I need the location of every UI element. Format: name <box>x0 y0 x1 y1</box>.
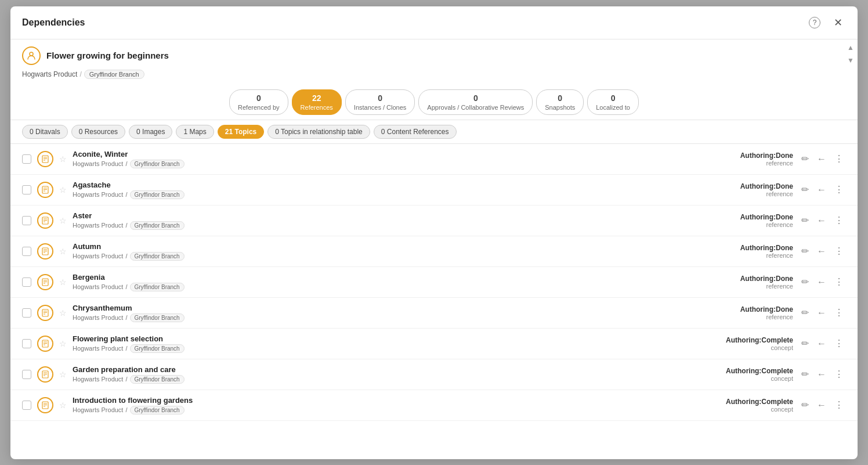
item-content-1: Agastache Hogwarts Product / Gryffindor … <box>73 181 695 199</box>
item-checkbox-6[interactable] <box>22 339 31 348</box>
more-button-2[interactable]: ⋮ <box>832 212 846 228</box>
edit-button-2[interactable]: ✏ <box>799 212 811 228</box>
item-star-2[interactable]: ☆ <box>59 216 67 225</box>
item-checkbox-8[interactable] <box>22 401 31 410</box>
doc-icon <box>41 247 49 255</box>
edit-button-0[interactable]: ✏ <box>799 151 811 167</box>
doc-icon <box>41 155 49 163</box>
tab-localized-to[interactable]: 0Localized to <box>587 89 639 115</box>
back-button-7[interactable]: ← <box>815 367 829 382</box>
tab-snapshots[interactable]: 0Snapshots <box>536 89 584 115</box>
item-star-1[interactable]: ☆ <box>59 185 67 194</box>
help-button[interactable]: ? <box>806 15 823 31</box>
tab-referenced-by[interactable]: 0Referenced by <box>229 89 288 115</box>
status-type-0: reference <box>700 160 793 167</box>
modal-title: Dependencies <box>22 17 85 28</box>
tab-approvals---collaborative-reviews[interactable]: 0Approvals / Collaborative Reviews <box>418 89 533 115</box>
item-status-7: Authoring:Complete concept <box>700 367 793 382</box>
item-star-6[interactable]: ☆ <box>59 339 67 348</box>
scroll-up-button[interactable]: ▲ <box>844 41 858 54</box>
dependencies-modal: Dependencies ? ✕ Flower growing for begi… <box>10 6 858 459</box>
item-actions-0: ✏ ← ⋮ <box>799 151 846 167</box>
list-container[interactable]: ☆ Aconite, Winter Hogwarts Product / Gry… <box>10 144 858 459</box>
back-button-8[interactable]: ← <box>815 398 829 413</box>
filter-chip-4[interactable]: 21 Topics <box>218 125 264 139</box>
item-product-8: Hogwarts Product <box>73 406 123 413</box>
item-actions-6: ✏ ← ⋮ <box>799 336 846 351</box>
edit-button-5[interactable]: ✏ <box>799 305 811 320</box>
breadcrumb-branch: Gryffindor Branch <box>84 70 144 79</box>
filter-chip-3[interactable]: 1 Maps <box>176 125 214 139</box>
status-type-8: concept <box>700 406 793 413</box>
item-title-7: Garden preparation and care <box>73 365 695 374</box>
item-sep-6: / <box>125 345 127 352</box>
item-checkbox-2[interactable] <box>22 216 31 225</box>
edit-button-6[interactable]: ✏ <box>799 336 811 351</box>
item-checkbox-7[interactable] <box>22 370 31 379</box>
tab-instances---clones[interactable]: 0Instances / Clones <box>345 89 415 115</box>
item-actions-4: ✏ ← ⋮ <box>799 274 846 290</box>
item-checkbox-1[interactable] <box>22 185 31 194</box>
more-button-4[interactable]: ⋮ <box>832 274 846 290</box>
doc-icon <box>41 309 49 317</box>
item-branch-1: Gryffindor Branch <box>130 190 185 199</box>
item-star-8[interactable]: ☆ <box>59 401 67 410</box>
item-checkbox-4[interactable] <box>22 277 31 287</box>
more-button-8[interactable]: ⋮ <box>832 397 846 413</box>
item-checkbox-0[interactable] <box>22 154 31 164</box>
filter-chip-5[interactable]: 0 Topics in relationship table <box>267 125 370 139</box>
more-button-0[interactable]: ⋮ <box>832 151 846 167</box>
edit-button-8[interactable]: ✏ <box>799 397 811 413</box>
tab-references[interactable]: 22References <box>292 89 342 115</box>
item-product-2: Hogwarts Product <box>73 222 123 229</box>
back-button-1[interactable]: ← <box>815 182 829 197</box>
filter-row: 0 Ditavals0 Resources0 Images1 Maps21 To… <box>10 120 858 144</box>
back-button-0[interactable]: ← <box>815 152 829 167</box>
edit-button-7[interactable]: ✏ <box>799 366 811 382</box>
item-branch-7: Gryffindor Branch <box>130 375 185 384</box>
more-button-5[interactable]: ⋮ <box>832 305 846 320</box>
doc-icon <box>41 370 49 379</box>
item-star-4[interactable]: ☆ <box>59 277 67 287</box>
item-type-icon-6 <box>37 336 53 352</box>
filter-chip-2[interactable]: 0 Images <box>129 125 172 139</box>
back-button-2[interactable]: ← <box>815 213 829 228</box>
item-branch-4: Gryffindor Branch <box>130 283 185 291</box>
item-content-0: Aconite, Winter Hogwarts Product / Gryff… <box>73 150 695 168</box>
item-product-3: Hogwarts Product <box>73 253 123 259</box>
filter-chip-0[interactable]: 0 Ditavals <box>22 125 68 139</box>
item-checkbox-3[interactable] <box>22 247 31 256</box>
more-button-6[interactable]: ⋮ <box>832 336 846 351</box>
more-button-1[interactable]: ⋮ <box>832 182 846 197</box>
edit-button-3[interactable]: ✏ <box>799 243 811 259</box>
item-sep-2: / <box>125 222 127 229</box>
scroll-down-button[interactable]: ▼ <box>844 54 858 67</box>
filter-chip-1[interactable]: 0 Resources <box>71 125 125 139</box>
scroll-controls: ▲ ▼ <box>844 41 858 67</box>
close-button[interactable]: ✕ <box>830 15 846 31</box>
status-type-7: concept <box>700 375 793 382</box>
back-button-5[interactable]: ← <box>815 305 829 320</box>
item-title-4: Bergenia <box>73 273 695 282</box>
item-star-5[interactable]: ☆ <box>59 308 67 318</box>
table-row: ☆ Garden preparation and care Hogwarts P… <box>10 359 858 390</box>
more-button-3[interactable]: ⋮ <box>832 243 846 259</box>
item-content-5: Chrysanthemum Hogwarts Product / Gryffin… <box>73 304 695 322</box>
back-button-6[interactable]: ← <box>815 336 829 351</box>
edit-button-1[interactable]: ✏ <box>799 182 811 197</box>
more-button-7[interactable]: ⋮ <box>832 366 846 382</box>
item-title-0: Aconite, Winter <box>73 150 695 158</box>
breadcrumb: Hogwarts Product / Gryffindor Branch <box>10 70 858 85</box>
item-path-7: Hogwarts Product / Gryffindor Branch <box>73 375 695 384</box>
item-title-6: Flowering plant selection <box>73 334 695 343</box>
filter-chip-6[interactable]: 0 Content References <box>374 125 457 139</box>
edit-button-4[interactable]: ✏ <box>799 274 811 290</box>
back-button-3[interactable]: ← <box>815 244 829 259</box>
item-star-7[interactable]: ☆ <box>59 370 67 379</box>
item-star-0[interactable]: ☆ <box>59 154 67 164</box>
status-label-4: Authoring:Done <box>700 275 793 283</box>
back-button-4[interactable]: ← <box>815 275 829 290</box>
item-checkbox-5[interactable] <box>22 308 31 318</box>
item-star-3[interactable]: ☆ <box>59 247 67 256</box>
item-actions-7: ✏ ← ⋮ <box>799 366 846 382</box>
